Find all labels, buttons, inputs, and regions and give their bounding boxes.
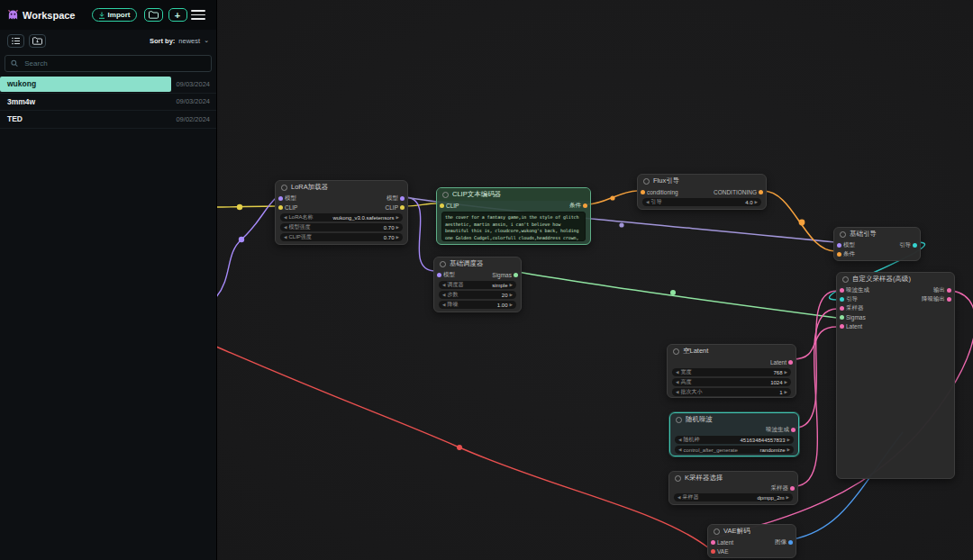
new-workflow-button[interactable]: +: [168, 8, 187, 22]
chevron-down-icon: ⌄: [204, 37, 209, 44]
node-empty-latent[interactable]: 空Latent Latent ◀宽度768▶ ◀高度1024▶ ◀批次大小1▶: [667, 344, 796, 398]
slot-label: 采样器: [771, 484, 789, 492]
widget-seed[interactable]: ◀随机种451634844557833▶: [675, 436, 794, 444]
node-collapse-icon[interactable]: [676, 417, 682, 423]
node-collapse-icon[interactable]: [840, 231, 846, 238]
node-ksampler-select[interactable]: K采样器选择 采样器 ◀采样器dpmpp_2m▶: [668, 471, 798, 505]
slot-denoised-out[interactable]: [947, 297, 951, 302]
widget-model-strength[interactable]: ◀模型强度0.70▶: [280, 223, 403, 231]
slot-label: 模型: [443, 271, 455, 279]
slot-model-in[interactable]: [278, 196, 283, 201]
slot-image-out[interactable]: [788, 540, 793, 545]
widget-guidance[interactable]: ◀引导4.0▶: [642, 198, 761, 206]
node-collapse-icon[interactable]: [440, 261, 446, 267]
slot-model-in[interactable]: [837, 243, 841, 248]
node-clip-text-encode[interactable]: CLIP文本编码器 CLIP条件 the cover for a fantasy…: [436, 187, 591, 245]
app-logo-icon: [7, 9, 19, 21]
sort-control[interactable]: Sort by: newest ⌄: [150, 37, 209, 45]
node-vae-decode[interactable]: VAE解码 Latent图像 VAE: [707, 524, 796, 558]
widget-denoise[interactable]: ◀降噪1.00▶: [439, 301, 516, 309]
slot-clip-in[interactable]: [278, 205, 283, 210]
slot-latent-in[interactable]: [711, 540, 715, 545]
import-label: Import: [108, 11, 131, 19]
folder-icon: [149, 11, 159, 19]
slot-guider-in[interactable]: [840, 297, 844, 302]
slot-sampler-in[interactable]: [840, 306, 844, 311]
widget-sampler-name[interactable]: ◀采样器dpmpp_2m▶: [674, 493, 793, 501]
slot-label: 采样器: [846, 304, 864, 312]
slot-sigmas-in[interactable]: [840, 315, 844, 320]
slot-sampler-out[interactable]: [790, 486, 795, 491]
slot-label: VAE: [717, 548, 729, 555]
open-folder-button[interactable]: [144, 8, 163, 22]
plus-icon: +: [175, 10, 180, 21]
slot-latent-in[interactable]: [840, 324, 844, 329]
slot-model-out[interactable]: [400, 196, 405, 201]
slot-clip-in[interactable]: [440, 203, 444, 208]
workflow-name: wukong: [0, 79, 36, 88]
node-random-noise[interactable]: 随机噪波 噪波生成 ◀随机种451634844557833▶ ◀control_…: [669, 412, 799, 456]
node-basic-scheduler[interactable]: 基础调度器 模型Sigmas ◀调度器simple▶ ◀步数20▶ ◀降噪1.0…: [433, 257, 522, 312]
search-icon: [11, 59, 18, 68]
widget-control-after-generate[interactable]: ◀control_after_generaterandomize▶: [675, 446, 794, 454]
widget-clip-strength[interactable]: ◀CLIP强度0.70▶: [280, 233, 403, 241]
node-title: 自定义采样器(高级): [852, 275, 911, 284]
widget-steps[interactable]: ◀步数20▶: [439, 291, 516, 299]
slot-model-in[interactable]: [437, 273, 441, 277]
node-title: 基础引导: [850, 230, 877, 239]
node-collapse-icon[interactable]: [442, 192, 449, 198]
slot-label: 降噪输出: [922, 295, 945, 303]
node-collapse-icon[interactable]: [675, 475, 681, 482]
node-title: Flux引导: [653, 176, 679, 185]
node-title: K采样器选择: [685, 474, 723, 483]
sort-value: newest: [178, 37, 200, 45]
node-collapse-icon[interactable]: [281, 185, 287, 191]
node-sampler-custom-advanced[interactable]: 自定义采样器(高级) 噪波生成输出 引导降噪输出 采样器 Sigmas Late…: [836, 272, 955, 479]
node-flux-guidance[interactable]: Flux引导 conditioningCONDITIONING ◀引导4.0▶: [637, 174, 767, 210]
brand: Workspace: [7, 9, 76, 21]
slot-guider-out[interactable]: [913, 243, 917, 248]
node-collapse-icon[interactable]: [842, 276, 849, 283]
node-title: 基础调度器: [450, 259, 484, 268]
widget-scheduler[interactable]: ◀调度器simple▶: [439, 281, 516, 289]
import-button[interactable]: Import: [92, 8, 137, 22]
node-lora-loader[interactable]: LoRA加载器 模型模型 CLIPCLIP ◀LoRA名称wukong_v3.0…: [275, 180, 408, 245]
search-box[interactable]: [5, 55, 212, 72]
slot-label: Latent: [770, 359, 787, 366]
slot-output-out[interactable]: [947, 288, 951, 293]
slot-sigmas-out[interactable]: [514, 273, 518, 277]
slot-clip-out[interactable]: [400, 205, 405, 210]
node-collapse-icon[interactable]: [714, 528, 720, 535]
workflow-item-ted[interactable]: TED 09/02/2024: [0, 111, 216, 129]
widget-lora-name[interactable]: ◀LoRA名称wukong_v3.0.safetensors▶: [280, 213, 403, 221]
slot-label: 噪波生成: [766, 426, 789, 434]
selected-highlight: wukong: [0, 77, 171, 92]
widget-height[interactable]: ◀高度1024▶: [672, 378, 791, 386]
slot-conditioning-in[interactable]: [641, 190, 645, 194]
slot-conditioning-in[interactable]: [837, 252, 841, 257]
slot-label: 图像: [775, 538, 787, 546]
slot-label: conditioning: [647, 189, 678, 195]
list-view-button[interactable]: [7, 34, 24, 48]
slot-label: CONDITIONING: [714, 189, 757, 195]
slot-noise-out[interactable]: [791, 428, 796, 432]
slot-noise-in[interactable]: [840, 288, 844, 293]
workflow-item-wukong[interactable]: wukong 09/03/2024: [0, 76, 216, 94]
search-input[interactable]: [23, 59, 205, 68]
slot-label: 噪波生成: [846, 286, 869, 294]
slot-vae-in[interactable]: [711, 549, 715, 554]
slot-latent-out[interactable]: [788, 360, 793, 365]
node-basic-guider[interactable]: 基础引导 模型引导 条件: [833, 227, 921, 261]
widget-width[interactable]: ◀宽度768▶: [672, 368, 791, 376]
slot-label: CLIP: [285, 204, 297, 211]
node-collapse-icon[interactable]: [643, 178, 650, 185]
slot-label: Latent: [717, 539, 733, 546]
slot-conditioning-out[interactable]: [759, 190, 763, 194]
prompt-textarea[interactable]: the cover for a fantasy game,in the styl…: [441, 212, 586, 241]
workflow-item-3mm4w[interactable]: 3mm4w 09/03/2024: [0, 94, 216, 112]
new-folder-button-small[interactable]: [29, 34, 46, 48]
widget-batch-size[interactable]: ◀批次大小1▶: [672, 388, 791, 396]
menu-icon[interactable]: [191, 10, 205, 19]
slot-conditioning-out[interactable]: [583, 203, 587, 208]
node-collapse-icon[interactable]: [673, 348, 679, 355]
